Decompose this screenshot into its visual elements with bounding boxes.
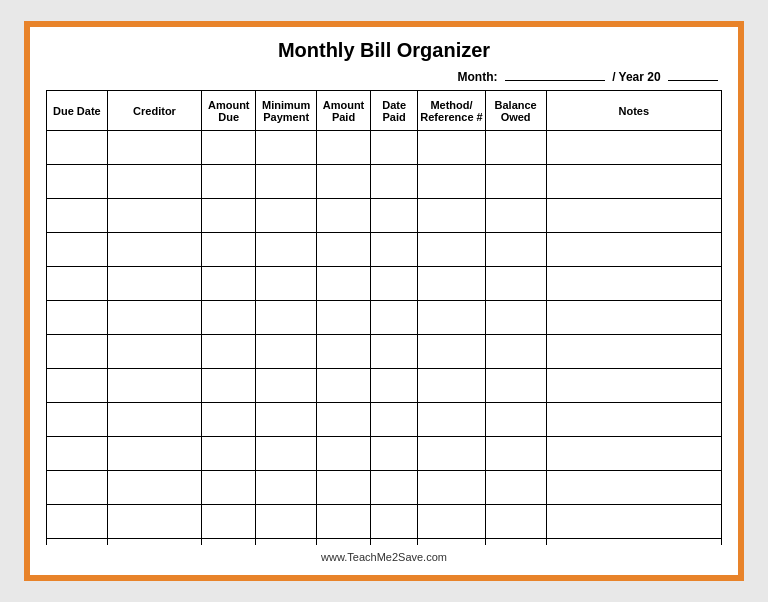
table-cell[interactable]	[202, 335, 256, 369]
table-cell[interactable]	[485, 369, 546, 403]
table-cell[interactable]	[256, 505, 317, 539]
table-cell[interactable]	[418, 199, 486, 233]
table-cell[interactable]	[317, 267, 371, 301]
table-cell[interactable]	[47, 505, 108, 539]
table-cell[interactable]	[371, 437, 418, 471]
table-cell[interactable]	[418, 165, 486, 199]
table-cell[interactable]	[371, 335, 418, 369]
table-cell[interactable]	[47, 267, 108, 301]
table-cell[interactable]	[546, 471, 722, 505]
table-cell[interactable]	[317, 471, 371, 505]
table-cell[interactable]	[546, 233, 722, 267]
table-cell[interactable]	[371, 165, 418, 199]
table-cell[interactable]	[485, 471, 546, 505]
table-cell[interactable]	[546, 403, 722, 437]
table-cell[interactable]	[546, 369, 722, 403]
table-cell[interactable]	[371, 403, 418, 437]
table-cell[interactable]	[317, 335, 371, 369]
table-cell[interactable]	[107, 369, 202, 403]
table-cell[interactable]	[418, 471, 486, 505]
table-cell[interactable]	[371, 233, 418, 267]
table-cell[interactable]	[546, 335, 722, 369]
table-cell[interactable]	[485, 301, 546, 335]
table-cell[interactable]	[256, 437, 317, 471]
table-cell[interactable]	[418, 437, 486, 471]
table-cell[interactable]	[371, 301, 418, 335]
table-cell[interactable]	[107, 403, 202, 437]
table-cell[interactable]	[256, 403, 317, 437]
table-cell[interactable]	[371, 505, 418, 539]
table-cell[interactable]	[107, 131, 202, 165]
table-cell[interactable]	[107, 233, 202, 267]
table-cell[interactable]	[47, 199, 108, 233]
table-cell[interactable]	[546, 505, 722, 539]
table-cell[interactable]	[202, 301, 256, 335]
table-cell[interactable]	[418, 267, 486, 301]
table-cell[interactable]	[546, 539, 722, 546]
table-cell[interactable]	[317, 539, 371, 546]
table-cell[interactable]	[47, 539, 108, 546]
table-cell[interactable]	[546, 267, 722, 301]
table-cell[interactable]	[256, 471, 317, 505]
table-cell[interactable]	[546, 165, 722, 199]
table-cell[interactable]	[371, 471, 418, 505]
table-cell[interactable]	[485, 199, 546, 233]
table-cell[interactable]	[107, 301, 202, 335]
table-cell[interactable]	[107, 335, 202, 369]
table-cell[interactable]	[317, 301, 371, 335]
table-cell[interactable]	[317, 403, 371, 437]
table-cell[interactable]	[47, 233, 108, 267]
table-cell[interactable]	[485, 403, 546, 437]
table-cell[interactable]	[256, 369, 317, 403]
table-cell[interactable]	[202, 403, 256, 437]
table-cell[interactable]	[47, 301, 108, 335]
table-cell[interactable]	[47, 369, 108, 403]
table-cell[interactable]	[546, 437, 722, 471]
table-cell[interactable]	[317, 165, 371, 199]
table-cell[interactable]	[107, 165, 202, 199]
table-cell[interactable]	[418, 505, 486, 539]
table-cell[interactable]	[47, 437, 108, 471]
table-cell[interactable]	[418, 131, 486, 165]
table-cell[interactable]	[256, 233, 317, 267]
table-cell[interactable]	[418, 369, 486, 403]
table-cell[interactable]	[485, 335, 546, 369]
table-cell[interactable]	[202, 131, 256, 165]
table-cell[interactable]	[202, 369, 256, 403]
table-cell[interactable]	[202, 437, 256, 471]
table-cell[interactable]	[317, 505, 371, 539]
table-cell[interactable]	[256, 335, 317, 369]
table-cell[interactable]	[256, 199, 317, 233]
table-cell[interactable]	[546, 199, 722, 233]
table-cell[interactable]	[202, 539, 256, 546]
table-cell[interactable]	[256, 539, 317, 546]
table-cell[interactable]	[202, 505, 256, 539]
table-cell[interactable]	[546, 301, 722, 335]
table-cell[interactable]	[371, 267, 418, 301]
table-cell[interactable]	[47, 403, 108, 437]
table-cell[interactable]	[485, 131, 546, 165]
table-cell[interactable]	[317, 369, 371, 403]
table-cell[interactable]	[107, 471, 202, 505]
table-cell[interactable]	[317, 131, 371, 165]
table-cell[interactable]	[107, 505, 202, 539]
table-cell[interactable]	[256, 267, 317, 301]
table-cell[interactable]	[418, 335, 486, 369]
table-cell[interactable]	[317, 233, 371, 267]
table-cell[interactable]	[202, 471, 256, 505]
table-cell[interactable]	[202, 233, 256, 267]
table-cell[interactable]	[485, 505, 546, 539]
table-cell[interactable]	[47, 471, 108, 505]
table-cell[interactable]	[371, 131, 418, 165]
table-cell[interactable]	[371, 369, 418, 403]
table-cell[interactable]	[47, 335, 108, 369]
table-cell[interactable]	[47, 165, 108, 199]
table-cell[interactable]	[485, 437, 546, 471]
table-cell[interactable]	[485, 539, 546, 546]
table-cell[interactable]	[47, 131, 108, 165]
table-cell[interactable]	[546, 131, 722, 165]
table-cell[interactable]	[202, 199, 256, 233]
table-cell[interactable]	[317, 199, 371, 233]
table-cell[interactable]	[418, 403, 486, 437]
table-cell[interactable]	[107, 437, 202, 471]
